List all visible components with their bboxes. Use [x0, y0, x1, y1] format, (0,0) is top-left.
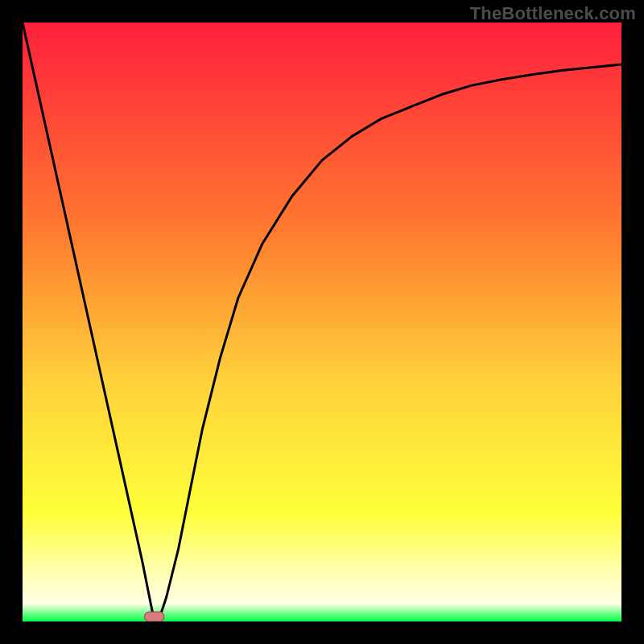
chart-svg [23, 23, 621, 621]
chart-plot-area [23, 23, 621, 621]
watermark-text: TheBottleneck.com [470, 3, 636, 24]
chart-frame: TheBottleneck.com [0, 0, 644, 644]
chart-background-gradient [23, 23, 621, 621]
min-pill-marker [144, 612, 164, 621]
